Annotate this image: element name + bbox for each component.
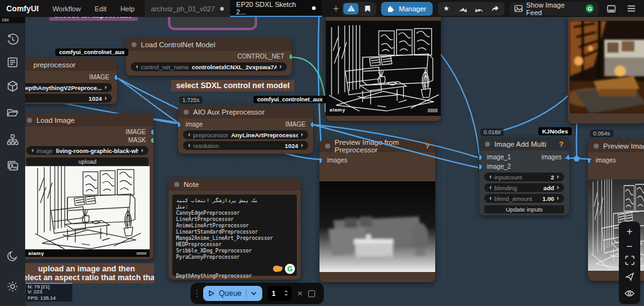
clear-queue-button[interactable]: ×	[297, 288, 303, 298]
star-button[interactable]: ★	[439, 3, 454, 14]
toggle-visibility-button[interactable]	[625, 288, 635, 300]
update-comfy-button[interactable]	[472, 3, 487, 14]
widget-left-arrow-icon[interactable]	[186, 144, 190, 147]
fit-view-icon	[625, 256, 635, 265]
fit-view-button[interactable]	[625, 256, 635, 268]
widget-resolution[interactable]: resolution 1024	[183, 141, 308, 150]
manager-button[interactable]: Manager	[381, 2, 432, 16]
widget-preprocessor[interactable]: preprocessor AnyLineArtPreprocessor_...	[183, 130, 308, 139]
sidebar-workflows-button[interactable]	[6, 106, 19, 119]
widget-right-arrow-icon[interactable]	[280, 65, 284, 69]
input-slot-image2[interactable]	[479, 164, 482, 169]
node-preview-lineart-top[interactable]: alamy	[326, 11, 441, 121]
widget-blend-amount[interactable]: blend_amount 1.00	[484, 194, 564, 203]
bottom-panel-toggle-button[interactable]	[604, 3, 619, 14]
share-button[interactable]	[488, 3, 503, 14]
node-pack-badge: comfyui_controlnet_aux	[55, 48, 128, 56]
update-inputs-button[interactable]: Update inputs	[484, 205, 564, 213]
output-slot-image[interactable]	[114, 75, 117, 80]
widget-right-arrow-icon[interactable]	[557, 175, 561, 179]
menu-workflow[interactable]: Workflow	[52, 5, 80, 13]
input-label: images	[327, 157, 347, 164]
tab-archviz[interactable]: archviz_ph_01_v027	[145, 0, 230, 17]
node-image-add-multi[interactable]: Image Add Multi ? image_1 images image_2…	[479, 137, 569, 215]
menu-edit[interactable]: Edit	[94, 5, 106, 13]
zoom-out-button[interactable]: −	[626, 241, 633, 252]
output-slot-mask[interactable]	[151, 138, 153, 143]
help-badge[interactable]: ?	[559, 140, 564, 148]
collapse-dot[interactable]	[131, 42, 136, 47]
collapse-dot[interactable]	[325, 144, 330, 149]
sidebar-node-library-button[interactable]	[6, 133, 19, 146]
sidebar-model-library-button[interactable]	[6, 80, 19, 93]
show-image-feed-button[interactable]: Show Image Feed G	[509, 2, 599, 16]
node-aio-aux-preprocessor[interactable]: AIO Aux Preprocessor image IMAGE preproc…	[178, 105, 313, 154]
chevron-down-icon[interactable]	[251, 292, 257, 295]
stop-button[interactable]	[308, 290, 315, 297]
widget-right-arrow-icon[interactable]	[557, 186, 561, 190]
note-body[interactable]: یک پیش پردازشگر انتخاب کنید مثل: CannyEd…	[172, 195, 297, 276]
widget-blending[interactable]: blending add	[484, 183, 564, 192]
node-preview-photo-top-right[interactable]	[568, 15, 644, 123]
node-title: Preview Image from Preprocessor	[335, 140, 421, 154]
collapse-dot[interactable]	[27, 118, 32, 123]
widget-right-arrow-icon[interactable]	[301, 144, 305, 147]
sidebar-history-button[interactable]	[6, 33, 19, 46]
sidebar-gallery-button[interactable]	[6, 160, 19, 173]
widget-right-arrow-icon[interactable]	[301, 133, 305, 137]
zoom-in-button[interactable]: +	[626, 226, 633, 237]
menubar-right: Manager ★ A	[342, 2, 639, 16]
select-mode-button[interactable]	[625, 272, 635, 284]
bookmark-button[interactable]	[360, 3, 375, 14]
batch-count-input[interactable]: 1	[268, 286, 292, 301]
rendered-photo-preview	[570, 21, 644, 113]
widget-right-arrow-icon[interactable]	[105, 86, 109, 89]
theme-toggle-button[interactable]	[6, 250, 19, 263]
drag-handle[interactable]	[196, 290, 197, 297]
upload-button[interactable]: upload	[26, 157, 148, 166]
unsaved-dot-icon[interactable]	[312, 6, 316, 10]
unsaved-dot-icon[interactable]	[220, 7, 224, 11]
collapse-dot[interactable]	[594, 144, 599, 149]
update-all-button[interactable]: A	[455, 3, 470, 14]
widget-right-arrow-icon[interactable]	[105, 96, 109, 100]
widget-left-arrow-icon[interactable]	[186, 133, 190, 137]
widget-controlnet-name[interactable]: control_net_name controlnetxlCNXL_2vxpsw…	[131, 62, 287, 71]
node-load-image[interactable]: Load Image IMAGE MASK image living-room-…	[21, 113, 153, 259]
output-slot-image[interactable]	[311, 122, 313, 127]
help-badge[interactable]: ?	[425, 142, 430, 150]
widget-inputcount[interactable]: inputcount 2	[484, 173, 564, 181]
node-preview-from-preprocessor[interactable]: Preview Image from Preprocessor ? images	[319, 140, 435, 282]
widget-left-arrow-icon[interactable]	[487, 186, 491, 190]
input-slot-images[interactable]	[319, 158, 322, 163]
output-slot-image[interactable]	[151, 130, 153, 135]
widget-image-file[interactable]: image living-room-graphic-black-whit...	[26, 146, 148, 155]
input-slot-image[interactable]	[178, 122, 180, 127]
new-workflow-button[interactable]: +	[330, 3, 342, 14]
widget-left-arrow-icon[interactable]	[487, 196, 491, 200]
exec-time-badge: 0.054s	[590, 130, 613, 137]
input-slot-images[interactable]	[588, 158, 591, 163]
comfyui-logo[interactable]: ComfyUI	[6, 4, 38, 13]
node-note[interactable]: Note یک پیش پردازشگر انتخاب کنید مثل: Ca…	[169, 178, 301, 280]
widget-right-arrow-icon[interactable]	[557, 196, 561, 200]
output-slot-controlnet[interactable]	[289, 54, 292, 59]
widget-left-arrow-icon[interactable]	[134, 65, 138, 69]
count-stepper[interactable]	[284, 290, 288, 298]
collapse-dot[interactable]	[184, 110, 189, 115]
collapse-dot[interactable]	[174, 182, 179, 187]
collapse-dot[interactable]	[485, 142, 490, 147]
settings-button[interactable]	[6, 280, 19, 293]
output-slot-images[interactable]	[567, 155, 569, 160]
node-load-controlnet[interactable]: Load ControlNet Model CONTROL_NET contro…	[126, 38, 292, 76]
workflow-graph-button[interactable]	[343, 3, 358, 14]
menu-toggle-button[interactable]	[624, 3, 639, 14]
queue-button[interactable]: Queue	[203, 286, 262, 301]
widget-left-arrow-icon[interactable]	[30, 149, 33, 152]
widget-left-arrow-icon[interactable]	[487, 175, 491, 179]
widget-right-arrow-icon[interactable]	[142, 149, 145, 152]
sidebar-logs-button[interactable]	[6, 56, 19, 69]
input-slot-image1[interactable]	[479, 155, 482, 160]
menu-help[interactable]: Help	[120, 5, 135, 13]
tab-ep20-sdxl-sketch[interactable]: EP20 SDXL Sketch 2...	[230, 0, 323, 17]
